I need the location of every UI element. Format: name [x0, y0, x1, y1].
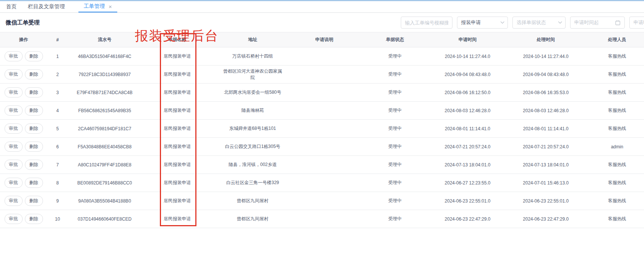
- handle-time: 2024-06-23 22:47:29.0: [523, 216, 569, 222]
- column-header-apply-time: 申请时间: [434, 32, 501, 47]
- handle-time: 2024-08-03 12:46:28.0: [523, 108, 569, 113]
- doc-name: 居民报装申请: [164, 162, 191, 167]
- row-index: 4: [56, 108, 59, 113]
- handle-time: 2024-08-06 16:35:53.0: [523, 90, 569, 95]
- doc-name: 居民报装申请: [164, 216, 191, 221]
- row-index: 3: [56, 90, 59, 95]
- work-order-table: 操作 # 流水号 单据名称 地址 申请说明 单据状态 申请时间 处理时间 处理人…: [0, 32, 644, 228]
- serial-number: 2CA4607598194DF181C7: [78, 126, 131, 131]
- approve-button[interactable]: 审批: [5, 178, 23, 188]
- delete-button[interactable]: 删除: [25, 87, 43, 98]
- approve-button[interactable]: 审批: [5, 69, 23, 79]
- table-row: 审批删除8BE00892DE79146B88CC0居民报装申请白云社区金三角一号…: [0, 174, 644, 192]
- apply-time: 2024-08-03 12:46:28.0: [445, 108, 490, 113]
- date-end-input[interactable]: 申请时间止: [629, 17, 644, 29]
- search-input[interactable]: [401, 17, 452, 29]
- type-select-value: 报装申请: [461, 19, 501, 26]
- approve-button[interactable]: 审批: [5, 123, 23, 134]
- serial-number: E79F47BB71E74DCA8C4B: [77, 90, 132, 95]
- row-index: 9: [56, 198, 59, 204]
- tab-label: 栏目及文章管理: [28, 3, 65, 10]
- close-icon[interactable]: ×: [109, 4, 112, 9]
- address: 东城舜井道68号1栋101: [229, 125, 276, 132]
- apply-time: 2024-07-13 18:04:01.0: [445, 162, 490, 168]
- status-select[interactable]: 选择单据状态: [512, 17, 566, 29]
- table-header-row: 操作 # 流水号 单据名称 地址 申请说明 单据状态 申请时间 处理时间 处理人…: [0, 32, 644, 47]
- delete-button[interactable]: 删除: [25, 178, 43, 188]
- delete-button[interactable]: 删除: [25, 214, 43, 224]
- filter-bar: 报装申请 选择单据状态 申请时间起 申请时间止: [401, 17, 644, 29]
- tab-label: 工单管理: [84, 3, 105, 10]
- delete-button[interactable]: 删除: [25, 69, 43, 79]
- doc-status: 受理中: [388, 144, 402, 149]
- table-row: 审批删除6F5A30848B6EE40458CB8居民报装申请白云公园交叉路口1…: [0, 138, 644, 156]
- type-select[interactable]: 报装申请: [457, 17, 508, 29]
- column-header-apply-desc: 申请说明: [292, 32, 356, 47]
- handler: 客服热线: [608, 216, 626, 221]
- handle-time: 2024-10-14 11:27:44.0: [523, 54, 569, 59]
- page-title: 微信工单受理: [6, 19, 40, 26]
- apply-time: 2024-06-23 22:47:29.0: [445, 216, 490, 222]
- chevron-down-icon: [501, 20, 504, 23]
- handler: 客服热线: [608, 53, 626, 59]
- approve-button[interactable]: 审批: [5, 142, 23, 152]
- approve-button[interactable]: 审批: [5, 87, 23, 98]
- approve-button[interactable]: 审批: [5, 105, 23, 116]
- date-start-input[interactable]: 申请时间起: [570, 17, 625, 29]
- serial-number: 037D1494660640FE8CED: [78, 216, 132, 222]
- handler: 客服热线: [608, 90, 626, 95]
- address: 白云社区金三角一号楼329: [226, 180, 279, 186]
- delete-button[interactable]: 删除: [25, 196, 43, 206]
- column-header-handler: 处理人员: [590, 32, 644, 47]
- approve-button[interactable]: 审批: [5, 214, 23, 224]
- delete-button[interactable]: 删除: [25, 123, 43, 134]
- row-index: 2: [56, 72, 59, 77]
- address: 随县，淮河镇，002乡道: [228, 161, 277, 168]
- table-row: 审批删除10037D1494660640FE8CED居民报装申请曾都区九间屋村受…: [0, 210, 644, 228]
- address: 曾都区九间屋村: [237, 216, 268, 222]
- table-row: 审批删除52CA4607598194DF181C7居民报装申请东城舜井道68号1…: [0, 120, 644, 138]
- doc-status: 受理中: [388, 72, 402, 77]
- handle-time: 2024-08-01 11:14:41.0: [523, 126, 569, 131]
- address: 北郊两水沟居委会一组580号: [224, 89, 281, 96]
- apply-time: 2024-08-01 11:14:41.0: [445, 126, 491, 131]
- tab-articles-management[interactable]: 栏目及文章管理: [28, 1, 65, 12]
- table-row: 审批删除4FB56C686261545A89B35居民报装申请随县瀚林苑受理中2…: [0, 102, 644, 120]
- table-row: 审批删除3E79F47BB71E74DCA8C4B居民报装申请北郊两水沟居委会一…: [0, 84, 644, 102]
- table-row: 审批删除99A080A3B55084B4188B0居民报装申请曾都区九间屋村受理…: [0, 192, 644, 210]
- handler: 客服热线: [608, 126, 626, 131]
- address: 白云公园交叉路口1栋305号: [225, 143, 281, 150]
- tab-home[interactable]: 首页: [6, 1, 17, 12]
- address: 曾都区沿河大道神农公园家属院: [222, 68, 284, 81]
- apply-time: 2024-06-27 12:23:55.0: [445, 180, 490, 186]
- approve-button[interactable]: 审批: [5, 196, 23, 206]
- apply-time: 2024-09-04 08:43:48.0: [445, 72, 490, 77]
- delete-button[interactable]: 删除: [25, 51, 43, 61]
- doc-name: 居民报装申请: [164, 72, 191, 77]
- approve-button[interactable]: 审批: [5, 160, 23, 170]
- doc-name: 居民报装申请: [164, 198, 191, 203]
- doc-status: 受理中: [388, 108, 402, 113]
- doc-status: 受理中: [388, 53, 402, 59]
- approve-button[interactable]: 审批: [5, 51, 23, 61]
- handler: 客服热线: [608, 162, 626, 167]
- status-select-placeholder: 选择单据状态: [517, 19, 559, 26]
- doc-name: 居民报装申请: [164, 90, 191, 95]
- tab-work-order-management[interactable]: 工单管理 ×: [78, 1, 117, 12]
- row-index: 1: [56, 54, 59, 59]
- apply-time: 2024-10-14 11:27:44.0: [445, 54, 491, 59]
- handle-time: 2024-07-01 15:46:13.0: [523, 180, 569, 186]
- row-index: 8: [56, 180, 59, 186]
- delete-button[interactable]: 删除: [25, 105, 43, 116]
- doc-status: 受理中: [388, 126, 402, 131]
- address: 曾都区九间屋村: [237, 198, 268, 204]
- table-row: 审批删除146BA3D51504F46168F4C居民报装申请万店镇石桥村十四组…: [0, 47, 644, 66]
- doc-name: 居民报装申请: [164, 53, 191, 59]
- serial-number: F5A30848B6EE40458CB8: [78, 144, 132, 149]
- handle-time: 2024-07-13 18:04:01.0: [523, 162, 569, 168]
- delete-button[interactable]: 删除: [25, 142, 43, 152]
- column-header-handle-time: 处理时间: [501, 32, 590, 47]
- delete-button[interactable]: 删除: [25, 160, 43, 170]
- doc-status: 受理中: [388, 90, 402, 95]
- handler: 客服热线: [608, 72, 626, 77]
